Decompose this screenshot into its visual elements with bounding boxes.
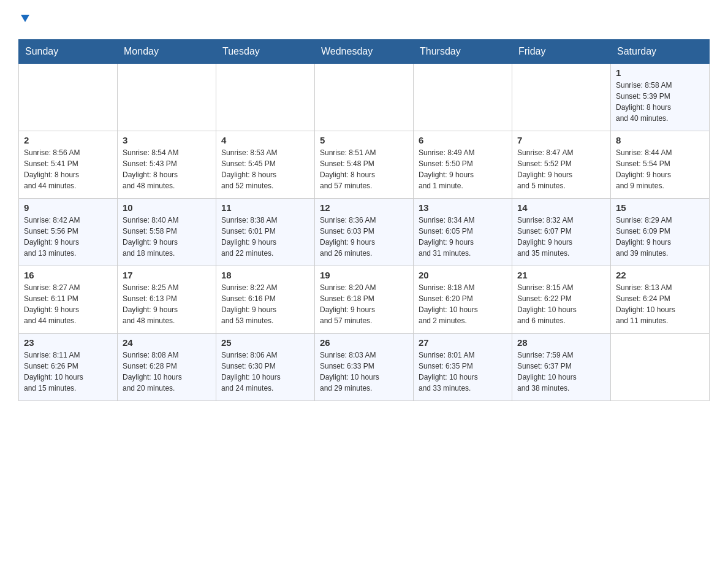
- col-monday: Monday: [118, 40, 216, 64]
- col-wednesday: Wednesday: [315, 40, 414, 64]
- calendar-cell: 1Sunrise: 8:58 AM Sunset: 5:39 PM Daylig…: [611, 64, 710, 131]
- col-friday: Friday: [512, 40, 611, 64]
- day-info: Sunrise: 8:15 AM Sunset: 6:22 PM Dayligh…: [517, 282, 605, 326]
- calendar-cell: 20Sunrise: 8:18 AM Sunset: 6:20 PM Dayli…: [414, 266, 512, 334]
- calendar-cell: 9Sunrise: 8:42 AM Sunset: 5:56 PM Daylig…: [19, 199, 118, 266]
- day-number: 21: [517, 270, 605, 280]
- day-number: 1: [616, 67, 704, 78]
- day-info: Sunrise: 8:40 AM Sunset: 5:58 PM Dayligh…: [123, 215, 211, 259]
- day-number: 28: [517, 337, 605, 348]
- calendar-cell: [414, 64, 512, 131]
- day-info: Sunrise: 8:08 AM Sunset: 6:28 PM Dayligh…: [123, 350, 211, 394]
- day-number: 5: [320, 135, 408, 145]
- day-info: Sunrise: 8:29 AM Sunset: 6:09 PM Dayligh…: [616, 215, 704, 259]
- calendar-cell: 23Sunrise: 8:11 AM Sunset: 6:26 PM Dayli…: [19, 334, 118, 401]
- day-number: 23: [24, 337, 112, 348]
- day-info: Sunrise: 8:27 AM Sunset: 6:11 PM Dayligh…: [24, 282, 112, 326]
- day-number: 14: [517, 202, 605, 213]
- day-info: Sunrise: 8:36 AM Sunset: 6:03 PM Dayligh…: [320, 215, 408, 259]
- calendar-cell: [19, 64, 118, 131]
- day-number: 6: [419, 135, 507, 145]
- day-info: Sunrise: 8:11 AM Sunset: 6:26 PM Dayligh…: [24, 350, 112, 394]
- calendar-cell: [315, 64, 414, 131]
- day-number: 9: [24, 202, 112, 213]
- calendar-cell: 4Sunrise: 8:53 AM Sunset: 5:45 PM Daylig…: [216, 131, 315, 199]
- calendar-cell: 26Sunrise: 8:03 AM Sunset: 6:33 PM Dayli…: [315, 334, 414, 401]
- day-number: 24: [123, 337, 211, 348]
- day-info: Sunrise: 8:18 AM Sunset: 6:20 PM Dayligh…: [419, 282, 507, 326]
- day-number: 12: [320, 202, 408, 213]
- day-info: Sunrise: 8:49 AM Sunset: 5:50 PM Dayligh…: [419, 147, 507, 191]
- day-info: Sunrise: 7:59 AM Sunset: 6:37 PM Dayligh…: [517, 350, 605, 394]
- day-info: Sunrise: 8:54 AM Sunset: 5:43 PM Dayligh…: [123, 147, 211, 191]
- day-number: 18: [221, 270, 309, 280]
- logo-arrow-icon: [18, 12, 32, 28]
- day-number: 17: [123, 270, 211, 280]
- day-info: Sunrise: 8:47 AM Sunset: 5:52 PM Dayligh…: [517, 147, 605, 191]
- calendar-table: Sunday Monday Tuesday Wednesday Thursday…: [18, 39, 710, 401]
- col-sunday: Sunday: [19, 40, 118, 64]
- calendar-cell: 15Sunrise: 8:29 AM Sunset: 6:09 PM Dayli…: [611, 199, 710, 266]
- day-info: Sunrise: 8:13 AM Sunset: 6:24 PM Dayligh…: [616, 282, 704, 326]
- calendar-cell: 13Sunrise: 8:34 AM Sunset: 6:05 PM Dayli…: [414, 199, 512, 266]
- calendar-cell: 25Sunrise: 8:06 AM Sunset: 6:30 PM Dayli…: [216, 334, 315, 401]
- day-info: Sunrise: 8:25 AM Sunset: 6:13 PM Dayligh…: [123, 282, 211, 326]
- day-info: Sunrise: 8:20 AM Sunset: 6:18 PM Dayligh…: [320, 282, 408, 326]
- calendar-cell: 27Sunrise: 8:01 AM Sunset: 6:35 PM Dayli…: [414, 334, 512, 401]
- day-number: 7: [517, 135, 605, 145]
- calendar-cell: [118, 64, 216, 131]
- week-row-2: 2Sunrise: 8:56 AM Sunset: 5:41 PM Daylig…: [19, 131, 710, 199]
- day-info: Sunrise: 8:42 AM Sunset: 5:56 PM Dayligh…: [24, 215, 112, 259]
- week-row-5: 23Sunrise: 8:11 AM Sunset: 6:26 PM Dayli…: [19, 334, 710, 401]
- day-info: Sunrise: 8:56 AM Sunset: 5:41 PM Dayligh…: [24, 147, 112, 191]
- calendar-cell: 8Sunrise: 8:44 AM Sunset: 5:54 PM Daylig…: [611, 131, 710, 199]
- day-info: Sunrise: 8:03 AM Sunset: 6:33 PM Dayligh…: [320, 350, 408, 394]
- day-info: Sunrise: 8:44 AM Sunset: 5:54 PM Dayligh…: [616, 147, 704, 191]
- day-number: 25: [221, 337, 309, 348]
- header-row: Sunday Monday Tuesday Wednesday Thursday…: [19, 40, 710, 64]
- calendar-cell: 12Sunrise: 8:36 AM Sunset: 6:03 PM Dayli…: [315, 199, 414, 266]
- calendar-cell: 19Sunrise: 8:20 AM Sunset: 6:18 PM Dayli…: [315, 266, 414, 334]
- day-info: Sunrise: 8:22 AM Sunset: 6:16 PM Dayligh…: [221, 282, 309, 326]
- day-number: 27: [419, 337, 507, 348]
- calendar-cell: 28Sunrise: 7:59 AM Sunset: 6:37 PM Dayli…: [512, 334, 611, 401]
- week-row-1: 1Sunrise: 8:58 AM Sunset: 5:39 PM Daylig…: [19, 64, 710, 131]
- logo: [18, 12, 32, 29]
- day-number: 10: [123, 202, 211, 213]
- calendar-cell: 7Sunrise: 8:47 AM Sunset: 5:52 PM Daylig…: [512, 131, 611, 199]
- calendar-cell: 24Sunrise: 8:08 AM Sunset: 6:28 PM Dayli…: [118, 334, 216, 401]
- calendar-cell: [611, 334, 710, 401]
- col-thursday: Thursday: [414, 40, 512, 64]
- day-info: Sunrise: 8:34 AM Sunset: 6:05 PM Dayligh…: [419, 215, 507, 259]
- day-info: Sunrise: 8:01 AM Sunset: 6:35 PM Dayligh…: [419, 350, 507, 394]
- day-number: 4: [221, 135, 309, 145]
- calendar-cell: [216, 64, 315, 131]
- day-number: 15: [616, 202, 704, 213]
- calendar-cell: 22Sunrise: 8:13 AM Sunset: 6:24 PM Dayli…: [611, 266, 710, 334]
- calendar-cell: 3Sunrise: 8:54 AM Sunset: 5:43 PM Daylig…: [118, 131, 216, 199]
- day-number: 20: [419, 270, 507, 280]
- week-row-4: 16Sunrise: 8:27 AM Sunset: 6:11 PM Dayli…: [19, 266, 710, 334]
- day-info: Sunrise: 8:06 AM Sunset: 6:30 PM Dayligh…: [221, 350, 309, 394]
- calendar-cell: 14Sunrise: 8:32 AM Sunset: 6:07 PM Dayli…: [512, 199, 611, 266]
- calendar-cell: 18Sunrise: 8:22 AM Sunset: 6:16 PM Dayli…: [216, 266, 315, 334]
- day-number: 26: [320, 337, 408, 348]
- calendar-cell: 11Sunrise: 8:38 AM Sunset: 6:01 PM Dayli…: [216, 199, 315, 266]
- day-info: Sunrise: 8:58 AM Sunset: 5:39 PM Dayligh…: [616, 80, 704, 124]
- week-row-3: 9Sunrise: 8:42 AM Sunset: 5:56 PM Daylig…: [19, 199, 710, 266]
- calendar-cell: 2Sunrise: 8:56 AM Sunset: 5:41 PM Daylig…: [19, 131, 118, 199]
- svg-marker-0: [21, 15, 29, 22]
- day-number: 8: [616, 135, 704, 145]
- day-number: 22: [616, 270, 704, 280]
- day-number: 3: [123, 135, 211, 145]
- day-info: Sunrise: 8:32 AM Sunset: 6:07 PM Dayligh…: [517, 215, 605, 259]
- day-info: Sunrise: 8:51 AM Sunset: 5:48 PM Dayligh…: [320, 147, 408, 191]
- day-number: 19: [320, 270, 408, 280]
- col-tuesday: Tuesday: [216, 40, 315, 64]
- day-info: Sunrise: 8:53 AM Sunset: 5:45 PM Dayligh…: [221, 147, 309, 191]
- calendar-cell: 16Sunrise: 8:27 AM Sunset: 6:11 PM Dayli…: [19, 266, 118, 334]
- calendar-cell: 6Sunrise: 8:49 AM Sunset: 5:50 PM Daylig…: [414, 131, 512, 199]
- calendar-cell: 21Sunrise: 8:15 AM Sunset: 6:22 PM Dayli…: [512, 266, 611, 334]
- calendar-cell: [512, 64, 611, 131]
- calendar-cell: 17Sunrise: 8:25 AM Sunset: 6:13 PM Dayli…: [118, 266, 216, 334]
